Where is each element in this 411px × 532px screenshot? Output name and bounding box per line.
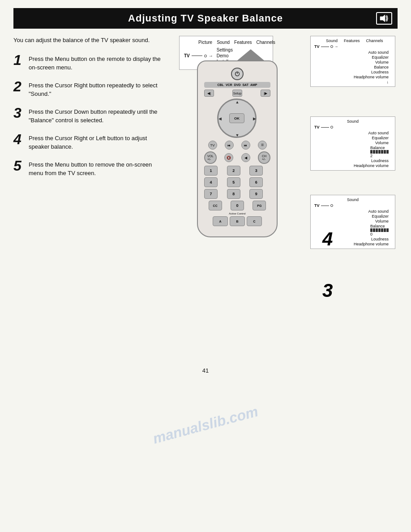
step-2: 2 Press the Cursor Right button repeated… — [13, 79, 166, 99]
remote-number-grid: 1 2 3 4 5 6 7 8 9 — [204, 166, 270, 199]
remote-mode-row: CBL VCR DVD SAT AMP — [204, 82, 270, 88]
remote-ok-button[interactable]: OK — [229, 113, 244, 123]
remote-arrow-right[interactable]: ▶ — [253, 116, 256, 121]
panel-2-items: Auto sound Equalizer Volume Balance — [314, 131, 391, 168]
p1-auto-sound: Auto sound — [368, 50, 389, 55]
remote-action-1[interactable]: A — [213, 216, 228, 226]
sound-panel-2-wrapper: Sound TV Auto sound Equalizer Volume Bal… — [310, 116, 398, 171]
step-1: 1 Press the Menu button on the remote to… — [13, 53, 166, 72]
panel-3-tv-label: TV — [314, 203, 320, 208]
remote-back-button[interactable]: ◀ — [241, 153, 250, 162]
remote-arrow-up[interactable]: ▲ — [235, 100, 240, 104]
b6 — [384, 150, 386, 154]
mode-sat[interactable]: SAT — [242, 83, 248, 86]
p2-balance-value: 2 — [370, 154, 372, 158]
panel-3-dot — [330, 204, 333, 207]
remote-bottom-row: CC 0 PG — [204, 201, 270, 210]
remote-btn-9[interactable]: 9 — [249, 189, 263, 199]
remote-btn-recall[interactable]: CC — [209, 201, 222, 210]
b3b — [376, 228, 378, 232]
sound-panel-1-wrapper: Sound Features Channels TV → Auto sound … — [310, 36, 398, 87]
remote-btn-8[interactable]: 8 — [227, 189, 240, 199]
panel-2-header: Sound — [314, 119, 391, 124]
step-5-text: Press the Menu button to remove the on-s… — [29, 159, 166, 178]
p3-headphone: Headphone volume — [354, 242, 389, 246]
page-number: 41 — [0, 367, 411, 378]
remote-vol-button[interactable]: VOL+/- — [204, 151, 217, 164]
b2 — [373, 150, 375, 154]
remote-arrow-down[interactable]: ▼ — [235, 133, 240, 137]
remote-top-notch — [237, 49, 264, 60]
intro-text: You can adjust the balance of the TV spe… — [13, 36, 166, 45]
svg-marker-0 — [380, 15, 385, 22]
step-4: 4 Press the Cursor Right or Left button … — [13, 132, 166, 151]
p2-volume: Volume — [375, 141, 389, 145]
b6b — [384, 228, 386, 232]
panel-2-line — [321, 127, 329, 128]
remote-icon-back[interactable]: ⏮ — [225, 141, 234, 150]
remote-action-label: Active Control — [204, 212, 270, 215]
remote-btn-5[interactable]: 5 — [227, 177, 240, 187]
remote-btn-right-small[interactable]: |▶ — [261, 90, 270, 97]
remote-power-button[interactable] — [231, 68, 244, 80]
p1-loudness: Loudness — [371, 70, 389, 74]
steps-list: 1 Press the Menu button on the remote to… — [13, 53, 166, 178]
remote-arrow-left[interactable]: ◀ — [218, 116, 222, 121]
p2-headphone: Headphone volume — [354, 163, 389, 168]
p3-balance-line: Balance 0 — [370, 224, 389, 236]
b1b — [370, 228, 372, 232]
remote-icon-buttons: TV ⏮ ⏭ ☰ — [204, 141, 270, 150]
remote-ch-button[interactable]: CH+/- — [258, 151, 270, 164]
p2-loudness: Loudness — [371, 159, 389, 163]
remote-btn-pg[interactable]: PG — [253, 201, 266, 210]
step-2-number: 2 — [13, 79, 24, 94]
remote-mute-button[interactable]: 🔇 — [224, 153, 233, 162]
remote-btn-2[interactable]: 2 — [227, 166, 240, 176]
remote-btn-0[interactable]: 0 — [231, 201, 244, 210]
p3-balance-value: 0 — [370, 232, 372, 236]
remote-control: CBL VCR DVD SAT AMP ◀| Setup |▶ — [193, 49, 282, 237]
p3-equalizer: Equalizer — [372, 214, 389, 219]
ph-features: Features — [344, 39, 360, 43]
remote-btn-6[interactable]: 6 — [249, 177, 263, 187]
menu-tv-label: TV — [184, 53, 190, 58]
panel-2-tv-label: TV — [314, 125, 320, 129]
mode-dvd[interactable]: DVD — [234, 83, 241, 86]
tab-channels: Channels — [257, 40, 275, 45]
remote-action-2[interactable]: B — [230, 216, 245, 226]
mode-cbl[interactable]: CBL — [218, 83, 224, 86]
p3-loudness: Loudness — [371, 237, 389, 241]
menu-tabs: Picture Sound Features Channels — [184, 40, 268, 45]
remote-btn-3[interactable]: 3 — [249, 166, 263, 176]
p2-balance-line: Balance 2 — [370, 146, 389, 158]
remote-btn-left-small[interactable]: ◀| — [204, 90, 214, 97]
remote-btn-4[interactable]: 4 — [204, 177, 218, 187]
speaker-icon — [376, 12, 392, 25]
b5 — [381, 150, 383, 154]
b4 — [378, 150, 381, 154]
step-3-number: 3 — [13, 106, 24, 120]
remote-btn-7[interactable]: 7 — [204, 189, 218, 199]
remote-action-3[interactable]: C — [247, 216, 262, 226]
step-4-text: Press the Cursor Right or Left button to… — [29, 132, 166, 151]
panel-1-items: Auto sound Equalizer Volume Balance Loud… — [314, 50, 391, 84]
content-area: You can adjust the balance of the TV spe… — [0, 29, 411, 358]
overlay-4-left: 4 — [322, 228, 333, 250]
p1-headphone: Headphone volume — [354, 75, 389, 79]
step-3: 3 Press the Cursor Down button repeatedl… — [13, 106, 166, 125]
b4b — [378, 228, 381, 232]
panel-3-header: Sound — [314, 197, 391, 202]
step-2-text: Press the Cursor Right button repeatedly… — [29, 79, 166, 99]
remote-icon-fwd[interactable]: ⏭ — [241, 141, 250, 150]
p2-auto-sound: Auto sound — [368, 131, 389, 135]
panel-1-header: Sound Features Channels — [314, 39, 391, 43]
remote-btn-1[interactable]: 1 — [204, 166, 218, 176]
remote-icon-menu[interactable]: ☰ — [258, 141, 267, 150]
remote-btn-setup[interactable]: Setup — [232, 90, 242, 97]
remote-body: CBL VCR DVD SAT AMP ◀| Setup |▶ — [197, 60, 278, 237]
step-1-text: Press the Menu button on the remote to d… — [29, 53, 166, 72]
mode-vcr[interactable]: VCR — [226, 83, 232, 86]
mode-amp[interactable]: AMP — [250, 83, 257, 86]
b1 — [370, 150, 372, 154]
remote-icon-tv[interactable]: TV — [208, 141, 217, 150]
